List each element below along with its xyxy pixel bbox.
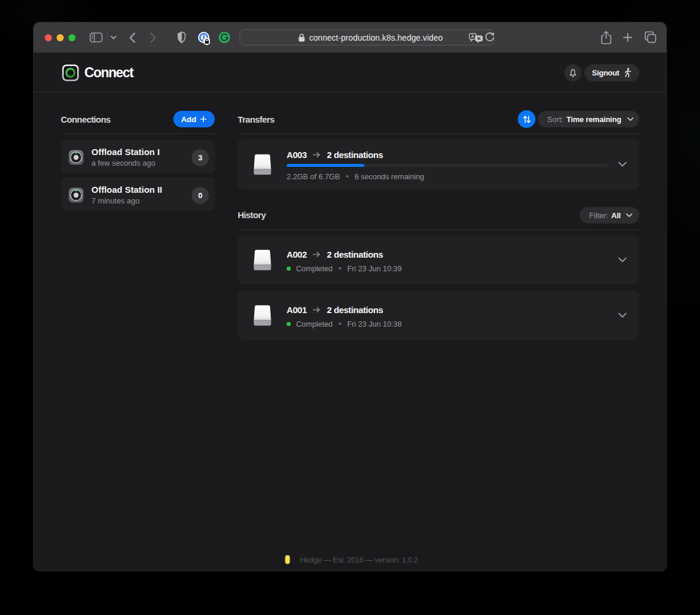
svg-text:A: A: [471, 34, 475, 39]
